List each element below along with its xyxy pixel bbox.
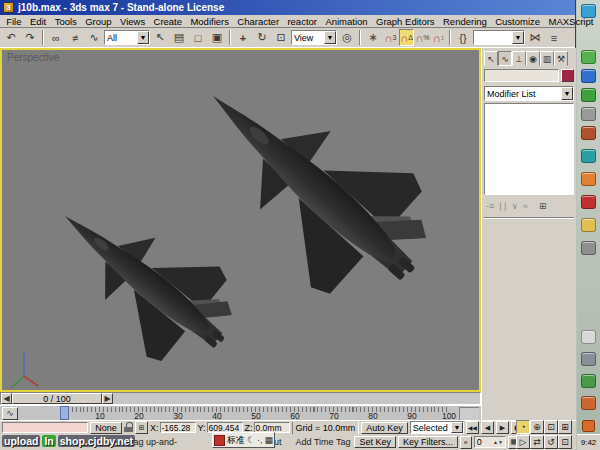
menu-tools[interactable]: Tools [50,16,81,27]
set-key-button[interactable]: Set Key [354,436,396,448]
zoom-extents-icon[interactable]: ⊡ [544,420,558,434]
redo-icon[interactable]: ↷ [21,29,39,46]
desktop-icon-10[interactable] [581,218,596,232]
menu-rendering[interactable]: Rendering [439,16,491,27]
select-manipulate-icon[interactable]: ∗ [364,29,382,46]
select-scale-icon[interactable]: ⊡ [272,29,290,46]
menu-edit[interactable]: Edit [26,16,51,27]
chevron-down-icon[interactable]: ▼ [561,87,573,100]
configure-modifier-sets-icon[interactable]: ⊞ [537,199,549,213]
menu-create[interactable]: Create [149,16,186,27]
desktop-icon-12[interactable] [581,330,596,344]
menu-modifiers[interactable]: Modifiers [186,16,233,27]
viewport-label[interactable]: Perspective [7,52,59,63]
frame-spinner[interactable]: ▲▼ [493,440,503,445]
x-coordinate-field[interactable]: -165.28 [160,422,196,433]
ime-punctuation-icon[interactable]: ·, [257,435,263,445]
named-selection-sets-icon[interactable]: {} [454,29,472,46]
key-step-toggle-icon[interactable]: « [460,436,472,449]
go-to-start-icon[interactable]: ◀◀ [466,421,479,434]
tab-utilities-icon[interactable]: ⚒ [554,51,568,66]
ime-logo-icon[interactable] [214,435,225,446]
auto-key-button[interactable]: Auto Key [361,422,408,434]
menu-maxscript[interactable]: MAXScript [544,16,597,27]
tray-icon[interactable] [582,420,595,432]
select-move-icon[interactable]: + [234,29,252,46]
desktop-icon-15[interactable] [581,396,596,410]
pin-stack-icon[interactable]: -≡ [484,199,496,213]
rect-selection-icon[interactable]: □ [189,29,207,46]
selection-filter-dropdown[interactable]: All ▼ [104,30,150,45]
zoom-icon[interactable]: ◔ [516,420,530,434]
track-bar[interactable]: ∿ 10 20 30 40 50 60 70 80 90 100 [0,405,481,420]
menu-animation[interactable]: Animation [321,16,372,27]
mini-curve-editor-button[interactable]: ∿ [2,407,18,420]
percent-snap-icon[interactable]: ∩% [415,29,430,46]
zoom-all-icon[interactable]: ⊕ [530,420,544,434]
chevron-down-icon[interactable]: ▼ [137,31,149,44]
desktop-icon-7[interactable] [581,149,596,163]
tab-modify-icon[interactable]: ∿ [498,51,512,66]
time-slider-next-icon[interactable]: ▶ [102,393,113,404]
spinner-snap-icon[interactable]: ∩↕ [431,29,446,46]
tab-create-icon[interactable]: ↖ [484,51,498,66]
previous-frame-icon[interactable]: ◀ [481,421,494,434]
add-time-tag[interactable]: Add Time Tag [296,437,351,447]
desktop-icon-5[interactable] [581,107,596,121]
undo-icon[interactable]: ↶ [2,29,20,46]
modifier-list-dropdown[interactable]: Modifier List ▼ [484,86,574,101]
snap-toggle-icon[interactable]: ∩3 [383,29,398,46]
perspective-viewport[interactable]: Perspective [0,48,481,392]
zoom-extents-all-icon[interactable]: ⊞ [558,420,572,434]
tab-display-icon[interactable]: ▥ [540,51,554,66]
desktop-icon-4[interactable] [581,88,596,102]
track-bar-end-button[interactable] [459,407,479,420]
select-object-icon[interactable]: ↖ [151,29,169,46]
key-filters-button[interactable]: Key Filters... [398,436,458,448]
mirror-icon[interactable]: ⋈ [526,29,544,46]
window-crossing-icon[interactable]: ▣ [208,29,226,46]
desktop-icon-11[interactable] [581,241,596,255]
angle-snap-icon[interactable]: ∩Δ [399,29,414,46]
arc-rotate-icon[interactable]: ↺ [544,435,558,449]
menu-customize[interactable]: Customize [491,16,544,27]
menu-group[interactable]: Group [81,16,116,27]
link-icon[interactable]: ∞ [47,29,65,46]
absolute-offset-toggle-icon[interactable]: ⊞ [135,421,148,434]
object-color-swatch[interactable] [561,69,574,82]
use-center-icon[interactable]: ◎ [338,29,356,46]
desktop-icon-8[interactable] [581,172,596,186]
named-selection-dropdown[interactable]: ▼ [473,30,525,45]
desktop-icon-9[interactable] [581,195,596,209]
current-frame-marker[interactable] [60,406,69,420]
select-by-name-icon[interactable]: ▤ [170,29,188,46]
align-icon[interactable]: ≡ [545,29,563,46]
desktop-icon-13[interactable] [581,352,596,366]
maxscript-mini-listener[interactable] [2,422,88,433]
current-frame-field[interactable]: 0 ▲▼ [474,436,506,448]
ime-toolbar[interactable]: 标准 ☾ ·, ▦ [212,432,275,448]
time-slider-handle[interactable]: 0 / 100 [12,393,102,404]
desktop-icon-2[interactable] [581,50,596,64]
make-unique-icon[interactable]: ∨ [509,199,520,213]
play-animation-icon[interactable]: ▶ [496,421,509,434]
tab-hierarchy-icon[interactable]: ⊥ [512,51,526,66]
desktop-icon-3[interactable] [581,69,596,83]
menu-views[interactable]: Views [116,16,150,27]
desktop-icon-14[interactable] [581,374,596,388]
selection-lock-icon[interactable] [124,422,133,433]
menu-reactor[interactable]: reactor [283,16,321,27]
pan-icon[interactable]: ⇄ [530,435,544,449]
chevron-down-icon[interactable]: ▼ [324,31,336,44]
object-name-field[interactable] [484,69,559,82]
reference-coordsys-dropdown[interactable]: View ▼ [291,30,337,45]
remove-modifier-icon[interactable]: ≈ [521,199,530,213]
titlebar[interactable]: 3 j10b.max - 3ds max 7 - Stand-alone Lic… [0,0,575,15]
menu-file[interactable]: File [2,16,26,27]
desktop-icon-6[interactable] [581,126,596,140]
chevron-down-icon[interactable]: ▼ [451,422,463,433]
ime-fullhalf-moon-icon[interactable]: ☾ [247,435,255,445]
menu-graph-editors[interactable]: Graph Editors [372,16,439,27]
unlink-icon[interactable]: ≠ [66,29,84,46]
ime-mode-label[interactable]: 标准 [227,434,245,447]
